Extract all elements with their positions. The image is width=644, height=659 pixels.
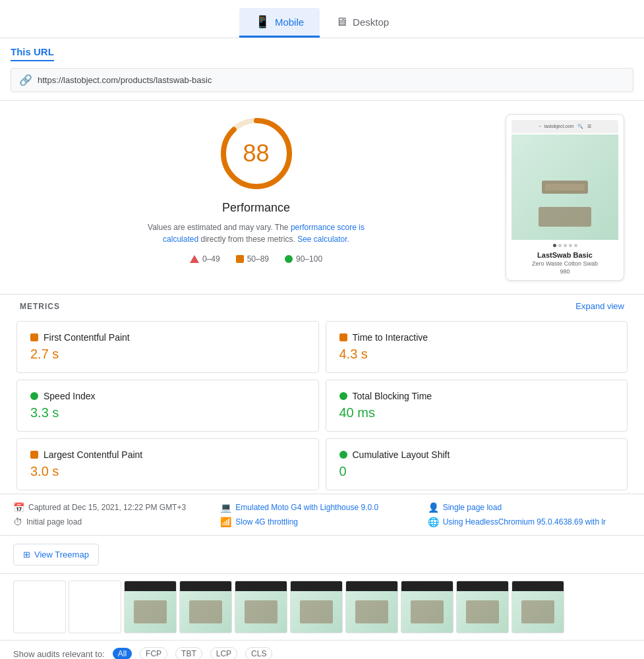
- this-url-tab[interactable]: This URL: [11, 46, 54, 61]
- filmstrip: [0, 573, 644, 640]
- person-icon: 👤: [428, 502, 439, 513]
- metric-fcp-value: 2.7 s: [30, 347, 305, 362]
- circle-green-icon: [285, 255, 293, 263]
- svg-rect-3: [545, 184, 585, 190]
- metric-lcp-value: 3.0 s: [30, 464, 305, 479]
- filmstrip-content-4: [180, 591, 231, 633]
- legend-green-label: 90–100: [296, 254, 322, 264]
- filmstrip-frame-8: [401, 581, 454, 633]
- legend-orange-label: 50–89: [247, 254, 269, 264]
- filmstrip-content-9: [457, 591, 508, 633]
- screenshot-carousel-dots: [512, 244, 618, 247]
- globe-icon: 🌐: [428, 517, 439, 527]
- calendar-icon: 📅: [13, 502, 24, 513]
- filmstrip-content-7: [346, 591, 397, 633]
- dot-3: [564, 244, 567, 247]
- filmstrip-content-6: [291, 591, 342, 633]
- filmstrip-frame-9: [456, 581, 509, 633]
- view-treemap-button[interactable]: ⊞ View Treemap: [13, 544, 99, 565]
- footer-info: 📅 Captured at Dec 15, 2021, 12:22 PM GMT…: [0, 494, 644, 535]
- bottom-bar: Show audits relevant to: All FCP TBT LCP…: [0, 640, 644, 659]
- treemap-label: View Treemap: [34, 550, 89, 559]
- screenshot-frame: ← lastobject.com 🔍 ☰ LastSwab Basic Zero…: [506, 114, 624, 281]
- filmstrip-frame-5: [235, 581, 287, 633]
- screenshot-price: 980: [512, 268, 618, 275]
- filmstrip-content-10: [512, 591, 564, 633]
- filmstrip-topbar-5: [235, 581, 287, 591]
- filmstrip-content: [125, 591, 176, 633]
- tab-desktop-label: Desktop: [353, 16, 389, 28]
- footer-initial-load: ⏱ Initial page load: [13, 517, 216, 527]
- url-section: This URL 🔗 https://lastobject.com/produc…: [0, 38, 644, 101]
- mobile-icon: 📱: [255, 14, 270, 29]
- pill-tbt[interactable]: TBT: [175, 647, 202, 659]
- metric-tbt-dot: [339, 392, 347, 400]
- footer-captured: 📅 Captured at Dec 15, 2021, 12:22 PM GMT…: [13, 502, 216, 513]
- metric-cls-dot: [339, 451, 347, 459]
- dot-2: [558, 244, 562, 247]
- metric-fcp-dot: [30, 333, 38, 341]
- show-audits-label: Show audits relevant to:: [13, 649, 105, 659]
- metric-cls-value: 0: [339, 464, 614, 479]
- footer-throttling-link[interactable]: Slow 4G throttling: [235, 517, 298, 527]
- expand-view-button[interactable]: Expand view: [575, 301, 624, 311]
- footer-emulated: 💻 Emulated Moto G4 with Lighthouse 9.0.0: [220, 502, 423, 513]
- score-number: 88: [243, 140, 269, 167]
- legend-red: 0–49: [190, 254, 220, 264]
- triangle-red-icon: [190, 255, 199, 263]
- url-text: https://lastobject.com/products/lastswab…: [38, 75, 212, 85]
- square-orange-icon: [236, 255, 244, 263]
- filmstrip-content-5: [235, 591, 287, 633]
- treemap-icon: ⊞: [23, 550, 30, 559]
- screenshot-product-image: [512, 134, 618, 240]
- pill-cls[interactable]: CLS: [245, 647, 272, 659]
- metrics-header: METRICS Expand view: [0, 294, 644, 318]
- pill-fcp[interactable]: FCP: [140, 647, 167, 659]
- filmstrip-product-img-10: [521, 600, 554, 623]
- screenshot-product-sub: Zero Waste Cotton Swab: [512, 260, 618, 267]
- filmstrip-frame-2: [69, 581, 121, 633]
- tab-mobile[interactable]: 📱 Mobile: [239, 8, 320, 38]
- metric-fcp-label: First Contentful Paint: [44, 332, 130, 343]
- metric-si-header: Speed Index: [30, 391, 305, 401]
- pill-all[interactable]: All: [113, 648, 132, 659]
- metric-fcp: First Contentful Paint 2.7 s: [16, 321, 319, 373]
- perf-desc-middle: directly from these metrics.: [200, 235, 295, 244]
- tab-desktop[interactable]: 🖥 Desktop: [320, 8, 405, 38]
- legend-green: 90–100: [285, 254, 322, 264]
- filmstrip-frame-1: [13, 581, 66, 633]
- signal-icon: 📶: [220, 517, 231, 527]
- metric-lcp-header: Largest Contentful Paint: [30, 449, 305, 460]
- pill-lcp[interactable]: LCP: [210, 647, 237, 659]
- calculator-link[interactable]: See calculator.: [297, 235, 349, 244]
- performance-description: Values are estimated and may vary. The p…: [131, 221, 382, 245]
- footer-emulated-link[interactable]: Emulated Moto G4 with Lighthouse 9.0.0: [235, 503, 378, 512]
- metric-fcp-header: First Contentful Paint: [30, 332, 305, 343]
- metric-cls-header: Cumulative Layout Shift: [339, 449, 614, 460]
- score-circle: 88: [217, 114, 296, 193]
- metrics-title: METRICS: [20, 302, 60, 311]
- filmstrip-product-img-6: [300, 600, 333, 623]
- footer-chromium-link[interactable]: Using HeadlessChromium 95.0.4638.69 with…: [443, 517, 606, 527]
- filmstrip-product-img: [134, 600, 167, 623]
- dot-5: [574, 244, 577, 247]
- metric-tti-header: Time to Interactive: [339, 332, 614, 343]
- footer-single-page-link[interactable]: Single page load: [443, 503, 502, 512]
- link-icon: 🔗: [19, 74, 32, 86]
- filmstrip-topbar-4: [180, 581, 231, 591]
- url-bar: 🔗 https://lastobject.com/products/lastsw…: [11, 68, 633, 92]
- dot-4: [569, 244, 572, 247]
- filmstrip-product-img-5: [245, 600, 278, 623]
- legend-orange: 50–89: [236, 254, 269, 264]
- dot-1: [553, 244, 556, 247]
- metric-tbt-header: Total Blocking Time: [339, 391, 614, 401]
- perf-desc-prefix: Values are estimated and may vary. The: [148, 223, 288, 232]
- metric-tti: Time to Interactive 4.3 s: [326, 321, 628, 373]
- footer-throttling: 📶 Slow 4G throttling: [220, 517, 423, 527]
- metric-tbt-value: 40 ms: [339, 405, 614, 420]
- treemap-section: ⊞ View Treemap: [0, 535, 644, 573]
- filmstrip-frame-10: [512, 581, 564, 633]
- filmstrip-topbar-9: [457, 581, 508, 591]
- metric-lcp: Largest Contentful Paint 3.0 s: [16, 438, 319, 490]
- footer-captured-text: Captured at Dec 15, 2021, 12:22 PM GMT+3: [28, 503, 186, 512]
